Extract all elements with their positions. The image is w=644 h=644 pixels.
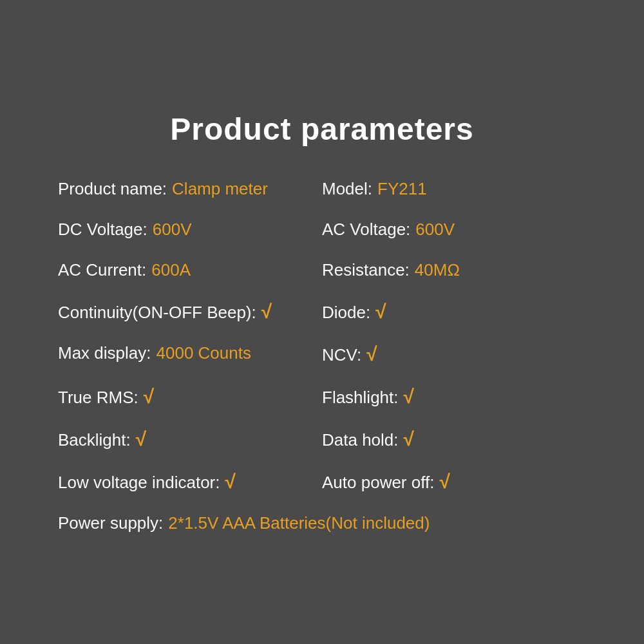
ncv-value: √ (366, 343, 377, 365)
ac-voltage-label: AC Voltage: (322, 220, 410, 240)
low-voltage-item: Low voltage indicator: √ (58, 471, 322, 493)
product-name-label: Product name: (58, 179, 167, 199)
ac-current-item: AC Current: 600A (58, 260, 322, 280)
resistance-label: Resistance: (322, 260, 410, 280)
diode-item: Diode: √ (322, 301, 586, 323)
auto-power-value: √ (439, 471, 450, 493)
ncv-label: NCV: (322, 345, 361, 365)
true-rms-item: True RMS: √ (58, 386, 322, 408)
ac-current-label: AC Current: (58, 260, 146, 280)
flashlight-label: Flashlight: (322, 388, 399, 408)
auto-power-label: Auto power off: (322, 473, 434, 493)
low-voltage-value: √ (225, 471, 235, 493)
data-hold-label: Data hold: (322, 430, 399, 450)
flashlight-value: √ (404, 386, 414, 408)
resistance-value: 40MΩ (415, 260, 460, 280)
ac-current-value: 600A (151, 260, 191, 280)
product-name-value: Clamp meter (172, 179, 268, 199)
backlight-value: √ (136, 428, 146, 450)
dc-voltage-value: 600V (153, 220, 192, 240)
ac-voltage-value: 600V (415, 220, 455, 240)
power-supply-item: Power supply: 2*1.5V AAA Batteries(Not i… (58, 513, 586, 533)
params-grid: Product name: Clamp meter Model: FY211 D… (58, 179, 586, 533)
backlight-label: Backlight: (58, 430, 131, 450)
low-voltage-label: Low voltage indicator: (58, 473, 220, 493)
model-label: Model: (322, 179, 372, 199)
product-name-item: Product name: Clamp meter (58, 179, 322, 199)
true-rms-value: √ (144, 386, 154, 408)
power-supply-value: 2*1.5V AAA Batteries(Not included) (168, 513, 430, 533)
continuity-value: √ (261, 301, 272, 323)
diode-label: Diode: (322, 303, 370, 323)
main-container: Product parameters Product name: Clamp m… (19, 86, 625, 559)
data-hold-value: √ (404, 428, 414, 450)
continuity-label: Continuity(ON-OFF Beep): (58, 303, 256, 323)
backlight-item: Backlight: √ (58, 428, 322, 450)
flashlight-item: Flashlight: √ (322, 386, 586, 408)
max-display-item: Max display: 4000 Counts (58, 343, 322, 365)
model-item: Model: FY211 (322, 179, 586, 199)
dc-voltage-label: DC Voltage: (58, 220, 147, 240)
true-rms-label: True RMS: (58, 388, 138, 408)
resistance-item: Resistance: 40MΩ (322, 260, 586, 280)
page-title: Product parameters (58, 111, 586, 147)
ac-voltage-item: AC Voltage: 600V (322, 220, 586, 240)
max-display-value: 4000 Counts (156, 343, 251, 363)
continuity-item: Continuity(ON-OFF Beep): √ (58, 301, 322, 323)
data-hold-item: Data hold: √ (322, 428, 586, 450)
power-supply-label: Power supply: (58, 513, 163, 533)
max-display-label: Max display: (58, 343, 151, 363)
dc-voltage-item: DC Voltage: 600V (58, 220, 322, 240)
auto-power-item: Auto power off: √ (322, 471, 586, 493)
model-value: FY211 (377, 179, 427, 199)
ncv-item: NCV: √ (322, 343, 586, 365)
diode-value: √ (375, 301, 386, 323)
